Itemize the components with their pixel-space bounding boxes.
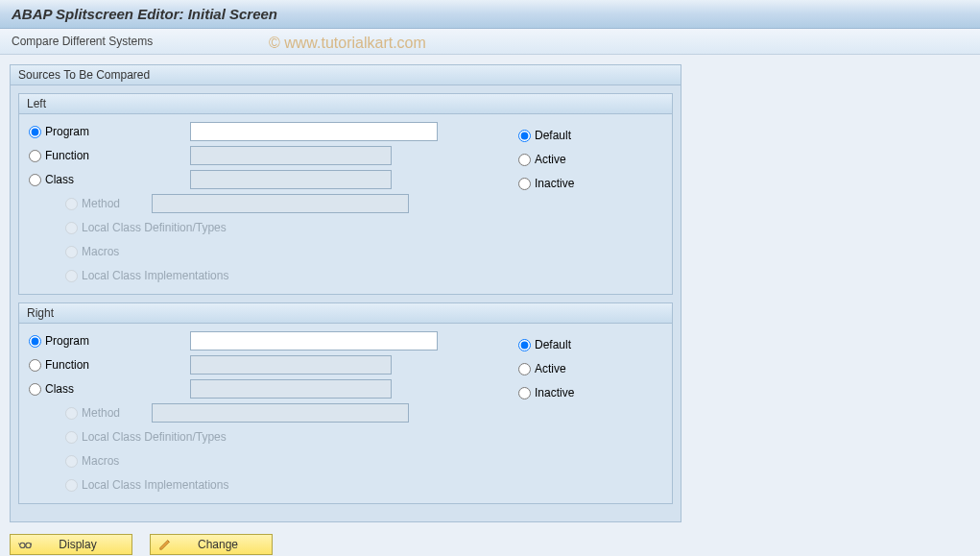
display-label: Display xyxy=(32,538,124,551)
left-program-input[interactable] xyxy=(190,122,438,141)
right-method-input xyxy=(152,403,409,423)
svg-point-0 xyxy=(20,543,25,547)
right-class-input[interactable] xyxy=(190,379,392,399)
left-function-radio[interactable]: Function xyxy=(29,149,190,162)
sources-title: Sources To Be Compared xyxy=(11,65,681,85)
toolbar: Compare Different Systems xyxy=(0,29,980,55)
change-button[interactable]: Change xyxy=(150,534,273,555)
right-function-radio[interactable]: Function xyxy=(29,358,190,372)
left-function-input[interactable] xyxy=(190,146,392,165)
right-title: Right xyxy=(19,303,672,324)
right-localimpl-radio: Local Class Implementations xyxy=(65,478,334,492)
button-row: Display Change xyxy=(10,530,970,555)
pencil-icon xyxy=(158,538,172,551)
left-method-input xyxy=(152,194,409,213)
display-button[interactable]: Display xyxy=(10,534,132,555)
right-group: Right Program Function Class xyxy=(18,302,673,504)
left-localimpl-radio: Local Class Implementations xyxy=(65,269,334,282)
right-program-input[interactable] xyxy=(190,331,438,351)
left-status-active[interactable]: Active xyxy=(518,148,624,171)
left-macros-radio: Macros xyxy=(65,245,227,258)
compare-systems-link[interactable]: Compare Different Systems xyxy=(12,35,153,48)
right-program-radio[interactable]: Program xyxy=(29,334,190,348)
right-macros-radio: Macros xyxy=(65,454,227,468)
change-label: Change xyxy=(172,538,264,551)
left-localdef-radio: Local Class Definition/Types xyxy=(65,221,334,234)
right-localdef-radio: Local Class Definition/Types xyxy=(65,430,334,444)
right-status-default[interactable]: Default xyxy=(518,333,624,356)
left-group: Left Program Function Class xyxy=(18,93,673,295)
left-class-radio[interactable]: Class xyxy=(29,173,190,186)
left-class-input[interactable] xyxy=(190,170,392,189)
sources-group: Sources To Be Compared Left Program Func… xyxy=(10,64,681,522)
right-status-active[interactable]: Active xyxy=(518,357,624,380)
left-program-radio[interactable]: Program xyxy=(29,125,190,138)
right-status-inactive[interactable]: Inactive xyxy=(518,381,624,404)
left-status-default[interactable]: Default xyxy=(518,124,624,147)
main-area: Sources To Be Compared Left Program Func… xyxy=(0,55,980,556)
svg-point-1 xyxy=(26,543,31,547)
left-status-inactive[interactable]: Inactive xyxy=(518,172,624,195)
page-title: ABAP Splitscreen Editor: Initial Screen xyxy=(0,0,980,29)
right-class-radio[interactable]: Class xyxy=(29,382,190,396)
glasses-icon xyxy=(18,538,32,551)
right-function-input[interactable] xyxy=(190,355,392,375)
left-title: Left xyxy=(19,94,672,114)
